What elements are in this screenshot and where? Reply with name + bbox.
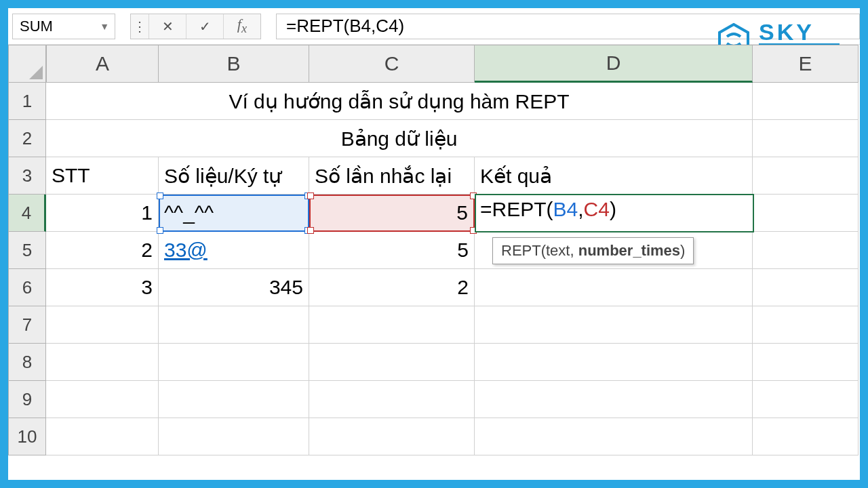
cancel-formula-button[interactable]: ✕ [149,14,186,39]
spreadsheet-grid[interactable]: A B C D E 1 Ví dụ hướng dẫn sử dụng hàm … [8,45,860,455]
formula-action-group: ⋮ ✕ ✓ fx [130,14,261,39]
cell-a6[interactable]: 3 [46,269,159,306]
cell-a5[interactable]: 2 [46,232,159,269]
header-data: Số liệu/Ký tự [164,164,281,188]
active-cell-d4[interactable]: =REPT(B4,C4) [475,194,754,232]
tooltip-end: ) [680,242,685,259]
cell-b5[interactable]: 33@ [159,232,309,269]
formula-sep: , [578,198,583,220]
formula-bar-text: =REPT(B4,C4) [286,16,404,37]
row-header-4[interactable]: 4 [8,195,46,232]
row-header-2[interactable]: 2 [8,120,46,157]
col-header-a[interactable]: A [46,45,159,83]
cell-c6-value: 2 [457,276,469,299]
logo-line1: SKY [759,20,840,43]
cell-c9[interactable] [309,381,475,418]
name-box-value: SUM [20,18,53,35]
tooltip-fn: REPT( [501,242,546,259]
tooltip-arg2: number_times [578,242,680,259]
cell-e6[interactable] [753,269,859,306]
cell-c5-value: 5 [457,239,469,262]
cell-a6-value: 3 [141,276,153,299]
function-tooltip: REPT(text, number_times) [492,237,694,264]
cell-e7[interactable] [753,306,859,344]
header-stt: STT [52,164,90,187]
cell-b8[interactable] [159,344,309,381]
cell-e5[interactable] [753,232,859,269]
formula-ref-c4: C4 [584,198,610,220]
cell-c6[interactable]: 2 [309,269,475,306]
drag-handle-icon: ⋮ [131,14,149,39]
cell-d10[interactable] [475,418,753,455]
cell-c5[interactable]: 5 [309,232,475,269]
row-header-7[interactable]: 7 [8,306,46,344]
row-header-10[interactable]: 10 [8,418,46,455]
cell-e4[interactable] [753,195,859,232]
ref-highlight-b4: ^^_^^ [159,195,309,232]
cell-b6-value: 345 [269,276,303,299]
header-count: Số lần nhắc lại [315,164,452,188]
cell-a9[interactable] [46,381,159,418]
tooltip-arg1: text [546,242,570,259]
name-box[interactable]: SUM ▼ [12,14,115,39]
cell-e10[interactable] [753,418,859,455]
cell-c8[interactable] [309,344,475,381]
cell-e9[interactable] [753,381,859,418]
cell-c10[interactable] [309,418,475,455]
cell-d7[interactable] [475,306,753,344]
col-header-d[interactable]: D [475,45,753,83]
row-header-5[interactable]: 5 [8,232,46,269]
cell-b7[interactable] [159,306,309,344]
cell-a2-merged[interactable]: Bảng dữ liệu [46,120,753,157]
row-header-6[interactable]: 6 [8,269,46,306]
formula-text-prefix: =REPT( [480,198,553,220]
cell-a1-merged[interactable]: Ví dụ hướng dẫn sử dụng hàm REPT [46,83,753,120]
cell-e1[interactable] [753,83,859,120]
cell-b9[interactable] [159,381,309,418]
select-all-corner[interactable] [8,45,46,83]
cell-c7[interactable] [309,306,475,344]
row-header-9[interactable]: 9 [8,381,46,418]
cell-b3[interactable]: Số liệu/Ký tự [159,157,309,195]
cell-d9[interactable] [475,381,753,418]
cell-c3[interactable]: Số lần nhắc lại [309,157,475,195]
col-header-e[interactable]: E [753,45,859,83]
row-header-3[interactable]: 3 [8,157,46,195]
cell-a8[interactable] [46,344,159,381]
formula-ref-b4: B4 [553,198,578,220]
chevron-down-icon[interactable]: ▼ [100,21,109,32]
col-header-c[interactable]: C [309,45,475,83]
cell-d8[interactable] [475,344,753,381]
cell-b5-value[interactable]: 33@ [164,239,208,262]
subtitle-text: Bảng dữ liệu [341,127,458,150]
cell-a4[interactable]: 1 [46,195,159,232]
confirm-formula-button[interactable]: ✓ [186,14,223,39]
cell-b6[interactable]: 345 [159,269,309,306]
cell-c4-value: 5 [456,201,468,224]
cell-a7[interactable] [46,306,159,344]
col-header-b[interactable]: B [159,45,309,83]
cell-a4-value: 1 [141,201,153,224]
cell-e8[interactable] [753,344,859,381]
cell-d3[interactable]: Kết quả [475,157,753,195]
cell-e2[interactable] [753,120,859,157]
cell-b10[interactable] [159,418,309,455]
cell-a5-value: 2 [141,239,153,262]
title-text: Ví dụ hướng dẫn sử dụng hàm REPT [229,89,569,113]
cell-d6[interactable] [475,269,753,306]
ref-highlight-c4: 5 [309,195,475,232]
cell-a3[interactable]: STT [46,157,159,195]
tooltip-mid: , [570,242,578,259]
row-header-8[interactable]: 8 [8,344,46,381]
cell-b4-value: ^^_^^ [164,201,214,224]
cell-e3[interactable] [753,157,859,195]
formula-close: ) [610,198,616,220]
row-header-1[interactable]: 1 [8,83,46,120]
fx-icon[interactable]: fx [224,14,260,39]
header-result: Kết quả [480,164,552,188]
cell-a10[interactable] [46,418,159,455]
